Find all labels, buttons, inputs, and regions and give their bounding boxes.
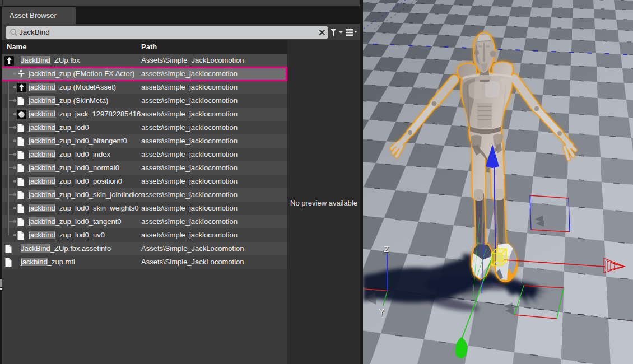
svg-text:Z: Z: [384, 244, 389, 254]
svg-text:Y: Y: [379, 307, 384, 316]
